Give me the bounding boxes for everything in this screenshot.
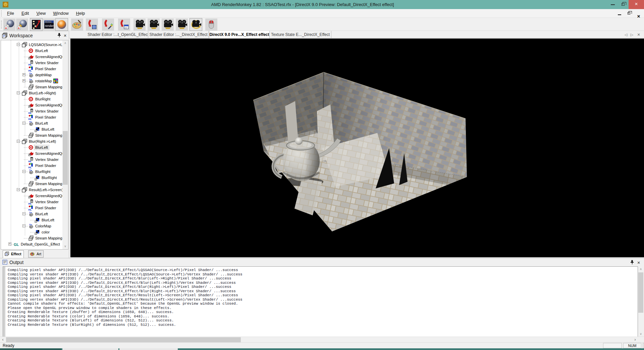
expand-icon[interactable]: + [22, 73, 25, 76]
tree-item-blurleft[interactable]: −TxBlurLeft [1, 211, 63, 217]
collapse-icon[interactable]: − [22, 122, 25, 125]
tree-item-lqssao-source-left-[interactable]: −LQSSAO(Source->Left) [1, 42, 63, 48]
tree-scrollbar-thumb[interactable] [63, 131, 68, 185]
collapse-icon[interactable]: − [17, 188, 20, 191]
toolbar-grip[interactable] [1, 10, 2, 16]
tree-item-color[interactable]: color [1, 229, 63, 235]
tree-item-pixel-shader[interactable]: HLPixel Shader [1, 66, 63, 72]
tree-item-blur-right-left-[interactable]: −Blur(Right->Left) [1, 138, 63, 144]
tree-item-stream-mapping[interactable]: Stream Mapping [1, 181, 63, 187]
output-close-button[interactable]: ✕ [636, 260, 641, 265]
output-scrollbar-thumb[interactable] [638, 272, 643, 313]
tree-item-blurleft[interactable]: −TxBlurLeft [1, 120, 63, 126]
tree-item-colormap[interactable]: −TxColorMap [1, 223, 63, 229]
tab-scroll-right-button[interactable]: ▷ [629, 31, 635, 38]
tree-item-depthmap[interactable]: +TxdepthMap [1, 72, 63, 78]
scroll-up-icon[interactable]: ∧ [638, 266, 644, 272]
new-workspace-sphere-button[interactable]: A [3, 18, 15, 31]
tree-item-vertex-shader[interactable]: HLVertex Shader [1, 108, 63, 114]
titlebar[interactable]: AMD RenderMonkey 1.82 : SSAOTest.rfx - [… [0, 0, 644, 9]
tree-item-stream-mapping[interactable]: Stream Mapping [1, 235, 63, 241]
compile-effect-button[interactable] [86, 18, 98, 31]
tree-item-result-left-screen-[interactable]: −Result(Left->Screen) [1, 187, 63, 193]
scroll-down-icon[interactable]: ∨ [62, 244, 68, 249]
expand-icon[interactable]: + [22, 79, 25, 82]
restore-button[interactable] [618, 0, 629, 9]
tree-item-blurright[interactable]: −TxBlurRight [1, 169, 63, 175]
menu-edit[interactable]: Edit [18, 9, 33, 18]
camera-mode-1-button[interactable] [133, 18, 146, 31]
artist-editor-button[interactable] [71, 18, 83, 31]
tree-item-stream-mapping[interactable]: Stream Mapping [1, 132, 63, 138]
output-log[interactable]: Compiling pixel shader API(D3D) /../Defa… [3, 266, 638, 337]
tree-item-rotatemap[interactable]: +TxrotateMap [1, 78, 63, 84]
tree-item-pixel-shader[interactable]: HLPixel Shader [1, 163, 63, 169]
document-tab-4[interactable]: Texture State E..._DirectX_Effect [270, 31, 331, 38]
toolbar-grip[interactable] [1, 20, 2, 29]
tree-item-screenalignedquad[interactable]: ScreenAlignedQuad [1, 193, 63, 199]
output-scrollbar[interactable]: ∧ ∨ [638, 266, 644, 337]
document-tab-1[interactable]: Shader Editor :...t_OpenGL_Effect [88, 31, 148, 38]
pin-button[interactable] [629, 260, 635, 265]
menu-view[interactable]: View [33, 9, 49, 18]
menu-window[interactable]: Window [49, 9, 72, 18]
document-tab-3[interactable]: DirectX 9.0 Pre...X_Effect effect [209, 31, 270, 38]
compile-vertex-shader-button[interactable] [102, 18, 114, 31]
close-button[interactable]: ✕ [629, 0, 644, 9]
tree-item-blurright[interactable]: BlurRight [1, 96, 63, 102]
tree-item-screenalignedquad[interactable]: ScreenAlignedQuad [1, 102, 63, 108]
scroll-left-icon[interactable]: ‹ [0, 337, 6, 343]
tree-item-screenalignedquad[interactable]: ScreenAlignedQuad [1, 150, 63, 157]
tree-item-default-opengl-effect[interactable]: +GLDefault_OpenGL_Effect [1, 241, 63, 247]
expand-icon[interactable]: + [8, 243, 11, 246]
tab-close-button[interactable]: ✕ [636, 31, 642, 38]
menu-help[interactable]: Help [72, 9, 89, 18]
camera-mode-4-button[interactable] [176, 18, 188, 31]
tree-item-stream-mapping[interactable]: Stream Mapping [1, 84, 63, 90]
open-workspace-sphere-button[interactable]: A [16, 18, 28, 31]
tree-item-vertex-shader[interactable]: HLVertex Shader [1, 60, 63, 66]
tree-item-blurleft[interactable]: BlurLeft [1, 217, 63, 223]
mdi-minimize-button[interactable] [615, 9, 624, 18]
collapse-icon[interactable]: − [22, 170, 25, 173]
scroll-right-icon[interactable]: › [632, 337, 638, 343]
tree-scrollbar[interactable]: ∧ ∨ [62, 40, 68, 249]
tree-item-blurleft[interactable]: BlurLeft [1, 144, 63, 150]
workspace-tab-effect[interactable]: Effect [3, 250, 24, 258]
workspace-close-button[interactable]: ✕ [62, 33, 68, 38]
collapse-icon[interactable]: − [22, 212, 25, 215]
mouse-input-button[interactable] [205, 18, 217, 31]
workspace-tree[interactable]: −LQSSAO(Source->Left)BlurLeftScreenAlign… [1, 40, 68, 250]
scroll-down-icon[interactable]: ∨ [638, 331, 644, 337]
collapse-icon[interactable]: − [17, 91, 20, 94]
directx-preview-viewport[interactable] [70, 38, 644, 257]
tree-item-pixel-shader[interactable]: HLPixel Shader [1, 205, 63, 211]
tree-item-screenalignedquad[interactable]: ScreenAlignedQuad [1, 54, 63, 60]
tree-item-vertex-shader[interactable]: HLVertex Shader [1, 157, 63, 163]
camera-mode-2-button[interactable] [148, 18, 160, 31]
collapse-icon[interactable]: − [22, 224, 25, 227]
pin-button[interactable] [56, 33, 62, 38]
tab-scroll-left-button[interactable]: ◁ [623, 31, 629, 38]
camera-orbit-button[interactable] [190, 18, 202, 31]
camera-mode-3-button[interactable] [162, 18, 174, 31]
workspace-tab-art[interactable]: Art [28, 250, 44, 258]
rendermonkey-logo-button[interactable]: Monkeyrender [43, 18, 55, 31]
menu-file[interactable]: File [3, 9, 18, 18]
compile-pixel-shader-button[interactable] [118, 18, 130, 31]
horizontal-scrollbar-thumb[interactable] [6, 337, 241, 342]
tree-item-blur-left-right-[interactable]: −Blur(Left->Right) [1, 90, 63, 96]
tree-item-blurleft[interactable]: BlurLeft [1, 48, 63, 54]
tree-item-pixel-shader[interactable]: HLPixel Shader [1, 114, 63, 120]
tree-item-blurleft[interactable]: BlurLeft [1, 126, 63, 132]
tree-item-vertex-shader[interactable]: HLVertex Shader [1, 199, 63, 205]
directx-preview-sphere-button[interactable] [56, 18, 68, 31]
document-tab-2[interactable]: Shader Editor :..._DirectX_Effect [148, 31, 209, 38]
mdi-restore-button[interactable] [625, 9, 633, 18]
tree-item-blurright[interactable]: BlurRight [1, 175, 63, 181]
toggle-workspace-view-button[interactable] [30, 18, 42, 31]
collapse-icon[interactable]: − [17, 43, 20, 46]
minimize-button[interactable] [608, 0, 618, 9]
collapse-icon[interactable]: − [17, 140, 20, 143]
scroll-up-icon[interactable]: ∧ [62, 40, 68, 46]
